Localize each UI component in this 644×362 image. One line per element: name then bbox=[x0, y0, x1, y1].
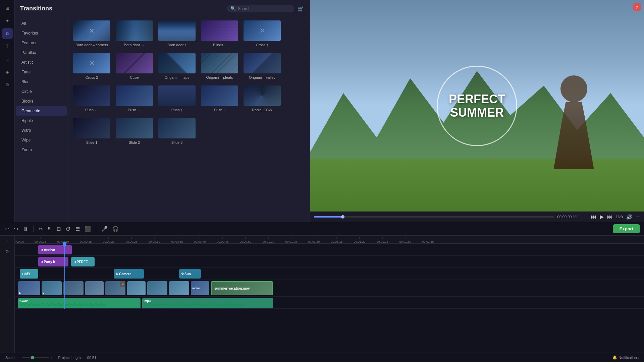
preview-circle: PERFECT SUMMER bbox=[437, 66, 517, 146]
category-all[interactable]: All bbox=[16, 19, 67, 28]
cut-button[interactable]: ✂ bbox=[38, 225, 44, 233]
undo-button[interactable]: ↩ bbox=[4, 225, 10, 233]
align-button[interactable]: ☰ bbox=[74, 225, 81, 233]
scale-minus[interactable]: − bbox=[18, 356, 20, 360]
category-geometric[interactable]: Geometric bbox=[16, 106, 67, 116]
header-right: 🔍 🛒 bbox=[227, 5, 304, 12]
video-clip-3[interactable] bbox=[63, 281, 84, 295]
clip-camera[interactable]: ⚙ Camera bbox=[114, 269, 144, 279]
search-box[interactable]: 🔍 bbox=[227, 5, 294, 12]
volume-button[interactable]: 🔊 bbox=[626, 214, 632, 220]
play-button[interactable]: ▶ bbox=[600, 214, 604, 220]
category-fade[interactable]: Fade bbox=[16, 67, 67, 77]
transition-origami-flaps[interactable]: Origami – flaps bbox=[158, 52, 196, 81]
cart-icon[interactable]: 🛒 bbox=[298, 5, 304, 12]
effects-icon[interactable]: ✦ bbox=[2, 15, 13, 26]
transition-barn-door-corners[interactable]: ✕ Barn door – corners bbox=[72, 20, 111, 48]
transition-barn-door-v[interactable]: Barn door ↕ bbox=[158, 20, 196, 48]
sticker-icon[interactable]: ☺ bbox=[2, 79, 13, 90]
tc-label: Blinds ↓ bbox=[200, 42, 239, 48]
media-icon[interactable]: ⊞ bbox=[2, 3, 13, 13]
transition-push-right[interactable]: Push → bbox=[115, 85, 154, 113]
tc-thumb bbox=[158, 52, 196, 74]
transition-cross-2[interactable]: ✕ Cross 2 bbox=[72, 52, 111, 81]
progress-bar[interactable] bbox=[314, 216, 554, 218]
clip-annive[interactable]: Tt Annive bbox=[38, 245, 72, 254]
category-blur[interactable]: Blur bbox=[16, 77, 67, 86]
transition-origami-pleats[interactable]: Origami – pleats bbox=[200, 52, 239, 81]
category-warp[interactable]: Warp bbox=[16, 126, 67, 135]
transition-slide-1[interactable]: Slide 1 bbox=[72, 117, 111, 146]
transition-cube[interactable]: Cube bbox=[115, 52, 154, 81]
tc-label: Origami – pleats bbox=[200, 74, 239, 81]
preview-panel: PERFECT SUMMER ? 00:00:09 850 ⏮ ▶ bbox=[310, 0, 644, 222]
export-button[interactable]: Export bbox=[613, 224, 640, 233]
transition-push-up[interactable]: Push ↑ bbox=[158, 85, 196, 113]
category-circle[interactable]: Circle bbox=[16, 87, 67, 96]
transition-radial-ccw[interactable]: Radial CCW bbox=[243, 85, 281, 113]
scale-slider[interactable] bbox=[22, 357, 49, 358]
skip-forward-button[interactable]: ⏭ bbox=[607, 214, 612, 220]
video-clip-video[interactable]: video bbox=[191, 281, 209, 295]
text-icon[interactable]: T bbox=[2, 41, 13, 52]
scale-dot[interactable] bbox=[31, 356, 34, 359]
skip-back-button[interactable]: ⏮ bbox=[591, 214, 596, 220]
video-clip-8[interactable] bbox=[169, 281, 189, 295]
track-audio-content: 2.wav bbox=[15, 297, 644, 308]
category-featured[interactable]: Featured bbox=[16, 38, 67, 48]
notifications-label: Notifications bbox=[619, 356, 639, 360]
scale-plus[interactable]: + bbox=[51, 356, 53, 360]
crop-button[interactable]: ⊡ bbox=[56, 225, 62, 233]
category-artistic[interactable]: Artistic bbox=[16, 58, 67, 67]
category-blocks[interactable]: Blocks bbox=[16, 97, 67, 106]
tc-label: Push ↓ bbox=[200, 107, 239, 113]
transition-barn-door-h[interactable]: Barn door ↔ bbox=[115, 20, 154, 48]
video-clip-6[interactable] bbox=[127, 281, 146, 295]
voiceover-button[interactable]: 🎧 bbox=[111, 225, 120, 233]
transitions-icon[interactable]: ⧉ bbox=[2, 28, 13, 39]
transition-slide-2[interactable]: Slide 2 bbox=[115, 117, 154, 146]
transition-slide-3[interactable]: Slide 3 bbox=[158, 117, 196, 146]
more-options-button[interactable]: ⋯ bbox=[635, 214, 640, 220]
category-ripple[interactable]: Ripple bbox=[16, 116, 67, 125]
rotate-button[interactable]: ↻ bbox=[47, 225, 53, 233]
timeline-area: + ⚙ 00:00:00 00:00:05 00:00:10 00:00:15 … bbox=[0, 236, 644, 353]
timeline-left-controls: + ⚙ bbox=[0, 236, 15, 353]
effects-button[interactable]: ⬛ bbox=[84, 225, 92, 233]
category-favorites[interactable]: Favorites bbox=[16, 28, 67, 38]
transition-push-down[interactable]: Push ↓ bbox=[200, 85, 239, 113]
video-clip-2[interactable]: ► bbox=[42, 281, 62, 295]
audio-clip-2[interactable]: .mp3 bbox=[142, 298, 273, 308]
tl-add-button[interactable]: + bbox=[3, 237, 12, 246]
project-length: 00:51 bbox=[87, 356, 97, 360]
track-video-content: ▶ ► 3 bbox=[15, 280, 644, 296]
category-zoom[interactable]: Zoom bbox=[16, 145, 67, 155]
transition-blinds-down[interactable]: Blinds ↓ bbox=[200, 20, 239, 48]
clip-perfe[interactable]: Tt PERFE bbox=[71, 257, 95, 266]
transition-push-left[interactable]: Push ← bbox=[72, 85, 111, 113]
notifications-button[interactable]: 🔔 Notifications bbox=[612, 355, 639, 360]
search-input[interactable] bbox=[238, 6, 291, 11]
transition-origami-valley[interactable]: Origami – valley bbox=[243, 52, 281, 81]
record-button[interactable]: 🎤 bbox=[100, 225, 109, 233]
category-parallax[interactable]: Parallax bbox=[16, 48, 67, 57]
clip-party-b[interactable]: Tt Party b bbox=[38, 257, 68, 266]
redo-button[interactable]: ↪ bbox=[13, 225, 19, 233]
help-button[interactable]: ? bbox=[633, 3, 641, 11]
audio-bg-2: .mp3 bbox=[142, 298, 273, 308]
transition-cross-up[interactable]: ✕ Cross ↑ bbox=[243, 20, 281, 48]
clip-sun[interactable]: ⚙ Sun bbox=[179, 269, 201, 279]
clip-my[interactable]: Tt MY bbox=[20, 269, 38, 279]
elements-icon[interactable]: ◈ bbox=[2, 66, 13, 77]
video-clip-5[interactable]: 3 bbox=[105, 281, 125, 295]
video-clip-1[interactable]: ▶ bbox=[18, 281, 40, 295]
audio-icon[interactable]: ♫ bbox=[2, 54, 13, 64]
video-clip-7[interactable] bbox=[147, 281, 167, 295]
speed-button[interactable]: ⏱ bbox=[65, 225, 72, 233]
delete-button[interactable]: 🗑 bbox=[22, 225, 29, 233]
audio-clip-1[interactable]: 2.wav bbox=[18, 298, 141, 308]
video-clip-4[interactable] bbox=[85, 281, 104, 295]
video-clip-summer[interactable]: summer vacation.mov bbox=[211, 281, 273, 295]
tl-settings-button[interactable]: ⚙ bbox=[3, 247, 12, 256]
category-wipe[interactable]: Wipe bbox=[16, 135, 67, 145]
